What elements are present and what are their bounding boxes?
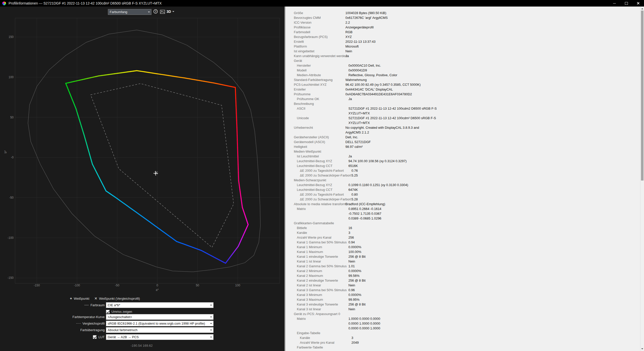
info-row: Größe1004028 Bytes (980.50 KiB)	[286, 11, 640, 15]
info-row: Ist eingebettetNein	[286, 49, 640, 54]
info-row-value: 0.94	[348, 240, 355, 245]
info-row: Medien-Weißpunkt	[286, 149, 640, 154]
info-row-label	[294, 326, 348, 331]
svg-text:100: 100	[235, 284, 240, 287]
info-row: Eingabe-Tabelle	[286, 331, 640, 335]
info-row-value: 0.96	[348, 288, 355, 292]
info-row-label: Gerät zu PCS: Anpassungsart 0	[294, 312, 345, 316]
info-row-label: Anzahl Werte pro Kanal	[294, 340, 351, 345]
info-row-label: Prüfsumme	[294, 92, 345, 97]
info-row-value: 6474K	[348, 187, 358, 192]
svg-text:-100: -100	[74, 284, 80, 287]
svg-text:100: 100	[9, 75, 14, 79]
minimize-button[interactable]	[609, 0, 620, 7]
info-row-value: -0.7502 1.7135 0.0367	[348, 211, 381, 216]
vergleichsprofil-select[interactable]: sRGB IEC61966-2.1 (Equivalent to www.srg…	[106, 321, 214, 326]
lut-checkbox[interactable]	[93, 335, 97, 339]
minimize-icon	[613, 3, 616, 4]
plot-type-value: Farbumfang	[108, 10, 147, 14]
info-row-value: 100.00%	[348, 249, 361, 254]
save-image-icon[interactable]	[160, 10, 165, 14]
help-glyph: ?	[155, 10, 156, 13]
info-row-value: Reflective, Glossy, Positive, Color	[348, 73, 397, 77]
info-row: Anzahl Werte pro Kanal2049	[286, 340, 640, 345]
info-row-value: 2.2	[345, 20, 350, 25]
info-row: Kann unabhängig verwendet werdenJa	[286, 54, 640, 58]
info-row: Gerätehersteller (ASCII)Dell, Inc.	[286, 135, 640, 140]
info-row-label: Grafikkarten-Gammatabelle	[294, 221, 345, 226]
info-row: Ersteller0x4443414C 'DCAL' DisplayCAL	[286, 87, 640, 92]
info-row-value: S2721DGF #1 2022-11-13 12-42 100cdm² D65…	[348, 116, 436, 120]
info-row-label: Matrix	[294, 206, 348, 211]
info-row-label: Bezugsfarbraum (PCS)	[294, 34, 345, 39]
info-row: Farbwerte-Tabelle	[286, 345, 640, 350]
info-row: Leuchtmittel-Bezug CCT6516K	[286, 163, 640, 168]
info-row-value: 1.01	[348, 264, 355, 269]
farbuebertragung-select[interactable]: Absolut farbmetrisch	[106, 327, 214, 333]
info-row-label: ICC-Version	[294, 20, 345, 25]
info-row: Kanal 2 eindeutige Tonwerte256 @ 8 Bit	[286, 278, 640, 283]
info-row-label: Kanal 2 eindeutige Tonwerte	[294, 278, 348, 283]
chevron-down-icon	[147, 11, 151, 14]
info-row: Ist LeuchtmittelJa	[286, 154, 640, 159]
info-row: Kanal 2 ist linearNein	[286, 283, 640, 288]
info-row-value: 2022-11-13 13:37:43	[345, 39, 376, 44]
scroll-up-icon[interactable]	[641, 8, 643, 9]
info-row: Kanäle3	[286, 335, 640, 340]
info-row: UnicodeS2721DGF #1 2022-11-13 12-42 100c…	[286, 116, 640, 120]
info-row-label: Matrix	[294, 316, 348, 321]
info-row-label: PCS-Leuchtmittel XYZ	[294, 82, 345, 87]
lut-label-row: LUT	[93, 334, 105, 340]
umriss-checkbox[interactable]	[106, 310, 110, 314]
window-title: Profilinformationen — S2721DGF #1 2022-1…	[9, 1, 162, 5]
maximize-button[interactable]	[620, 0, 632, 7]
info-row-value: 0.0000 0.0000 1.0000	[348, 326, 380, 331]
info-row: Anzahl Werte pro Kanal256	[286, 235, 640, 240]
info-row-label: Leuchtmittel-Bezug CCT	[294, 163, 348, 168]
info-row-value: 0x6172676C 'argl' ArgyllCMS	[345, 15, 388, 20]
info-row: Gerätemodell (ASCII)DELL S2721DGF	[286, 140, 640, 144]
info-row: ΔE 2000 zu Tageslicht-Farbort0.80	[286, 192, 640, 197]
info-row-value: 0.8951 0.2664 -0.1614	[348, 206, 381, 211]
vertical-scrollbar[interactable]	[640, 7, 644, 351]
info-row-label	[294, 130, 345, 135]
close-button[interactable]	[632, 0, 644, 7]
info-row-label: Ist eingebettet	[294, 49, 345, 54]
help-icon[interactable]: ?	[153, 9, 158, 14]
y-axis-label: b*	[4, 150, 7, 153]
info-row: Bittiefe16	[286, 226, 640, 230]
info-row: Kanal 3 Minimum0.0000%	[286, 292, 640, 297]
info-row-label: Absolute to media relative transform	[294, 202, 345, 206]
info-row-value: 256 @ 8 Bit	[348, 254, 366, 259]
window-controls	[609, 0, 644, 7]
plot-type-select[interactable]: Farbumfang	[108, 9, 151, 15]
info-row-label: Leuchtmittel-Bezug CCT	[294, 187, 348, 192]
info-row-value: Ja	[348, 97, 352, 101]
info-row: Bezugsfarbraum (PCS)XYZ	[286, 34, 640, 39]
scroll-down-icon[interactable]	[641, 348, 643, 349]
farbraum-select[interactable]: CIE a*b*	[106, 302, 214, 308]
scrollbar-thumb[interactable]	[641, 11, 643, 181]
info-row: FarbmodellRGB	[286, 30, 640, 34]
info-row-value: 6516K	[348, 163, 358, 168]
info-row: Kanal 3 ist linearNein	[286, 307, 640, 312]
whitepoint-comparison-marker	[155, 171, 158, 174]
info-row: Beschreibung	[286, 101, 640, 106]
info-row-value: Nein	[348, 283, 355, 288]
lut-select[interactable]: Gerät → A2B → PCS	[106, 334, 214, 340]
info-row: Prüfsumme OKJa	[286, 97, 640, 101]
maximize-icon	[625, 2, 628, 5]
vergleichsprofil-value: sRGB IEC61966-2.1 (Equivalent to www.srg…	[106, 322, 209, 325]
info-row-label: Farbmodell	[294, 30, 345, 34]
umriss-label: Umriss zeigen	[111, 310, 132, 314]
info-row-value: 0x0000AC10 Dell, Inc.	[348, 63, 381, 68]
info-row: PlattformMicrosoft	[286, 44, 640, 49]
farbtemperatur-select[interactable]: <Ausgeschaltet>	[106, 314, 214, 320]
info-row-value: 0xAD6A6C7BA034491DE431E6AF034780D2	[345, 92, 412, 97]
info-row-label: Helligkeit	[294, 144, 345, 149]
app-icon	[2, 2, 6, 5]
spectral-locus-outline	[28, 30, 260, 272]
gamut-plot[interactable]: -150-100-5005010015010050-0-50-100-150a*…	[0, 7, 285, 351]
info-row: Kanal 2 Maximum99.56%	[286, 273, 640, 278]
3d-dropdown[interactable]: 3D	[167, 10, 174, 14]
